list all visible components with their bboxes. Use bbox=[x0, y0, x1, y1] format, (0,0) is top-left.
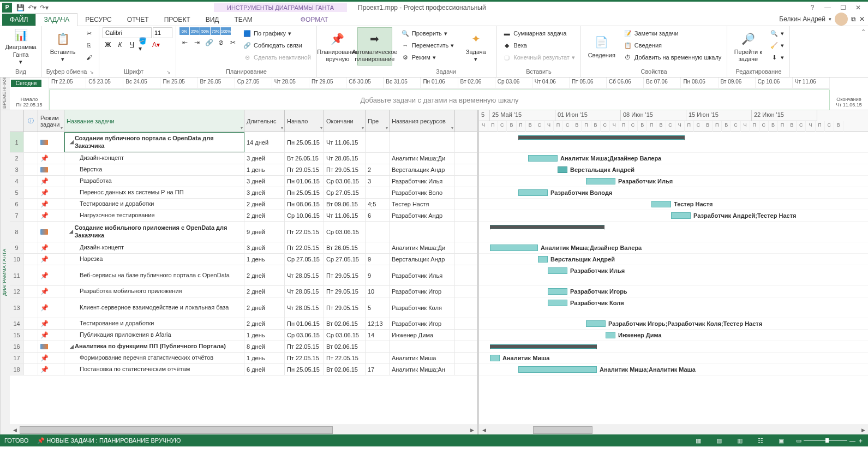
task-row[interactable]: 11📌Веб-сервисы на базе публичного портал… bbox=[10, 265, 477, 286]
task-row[interactable]: 17📌Формирование перечня статистических о… bbox=[10, 353, 477, 364]
task-row[interactable]: 9📌Дизайн-концепт3 днейПт 22.05.15Вт 26.0… bbox=[10, 242, 477, 254]
cell-name[interactable]: Нарезка bbox=[64, 254, 244, 265]
split-button[interactable]: ✂ bbox=[228, 37, 238, 48]
cell-mode[interactable]: 📌 bbox=[38, 153, 64, 164]
cell-predecessors[interactable] bbox=[366, 242, 390, 253]
cell-indicator[interactable] bbox=[24, 318, 38, 329]
task-bar[interactable]: Разработчик Володя bbox=[518, 189, 548, 196]
inactivate-button[interactable]: ⊝Сделать неактивной bbox=[241, 51, 313, 63]
cell-start[interactable]: Вт 26.05.15 bbox=[285, 153, 324, 164]
information-button[interactable]: 📄Сведения bbox=[584, 27, 619, 65]
cell-indicator[interactable] bbox=[24, 286, 38, 297]
cell-end[interactable]: Вт 02.06.15 bbox=[324, 341, 366, 352]
row-number[interactable]: 3 bbox=[10, 164, 24, 175]
summary-bar[interactable] bbox=[518, 135, 685, 140]
cell-predecessors[interactable] bbox=[366, 187, 390, 198]
row-number[interactable]: 15 bbox=[10, 330, 24, 341]
task-row[interactable]: 3Вёрстка1 деньПт 29.05.15Пт 29.05.152Вер… bbox=[10, 164, 477, 176]
col-end[interactable]: Окончани▾ bbox=[324, 110, 366, 132]
cell-indicator[interactable] bbox=[24, 265, 38, 285]
move-button[interactable]: ↔Переместить▾ bbox=[399, 39, 456, 51]
cell-end[interactable]: Чт 28.05.15 bbox=[324, 153, 366, 164]
cell-end[interactable]: Вт 09.06.15 bbox=[324, 199, 366, 210]
chart-body[interactable]: Аналитик Миша;Дизайнер ВалераВерстальщик… bbox=[479, 132, 868, 425]
chart-row[interactable]: Инженер Дима bbox=[479, 330, 868, 341]
task-bar[interactable]: Верстальщик Андрей bbox=[558, 166, 567, 173]
cell-resources[interactable]: Разработчик Игор bbox=[390, 318, 455, 329]
bold-button[interactable]: Ж bbox=[103, 39, 113, 50]
cell-indicator[interactable] bbox=[24, 132, 38, 152]
cell-start[interactable]: Пт 22.05.15 bbox=[285, 242, 324, 253]
collapse-icon[interactable]: ◢ bbox=[69, 229, 73, 235]
summary-task-button[interactable]: ▬Суммарная задача bbox=[500, 27, 577, 39]
cell-name[interactable]: Формирование перечня статистических отчё… bbox=[64, 353, 244, 363]
paste-button[interactable]: 📋Вставить▾ bbox=[45, 27, 80, 65]
cell-indicator[interactable] bbox=[24, 254, 38, 265]
tab-report[interactable]: ОТЧЕТ bbox=[119, 14, 157, 26]
task-bar[interactable]: Разработчик Коля bbox=[548, 300, 567, 306]
task-button[interactable]: ✦Задача▾ bbox=[458, 27, 493, 65]
cell-end[interactable]: Пт 29.05.15 bbox=[324, 297, 366, 318]
cell-duration[interactable]: 2 дней bbox=[244, 199, 285, 210]
milestone-button[interactable]: ◆Веха bbox=[500, 39, 577, 51]
collapse-icon[interactable]: ◢ bbox=[70, 344, 74, 350]
details-button[interactable]: 📋Сведения bbox=[621, 39, 724, 51]
task-row[interactable]: 10📌Нарезка1 деньСр 27.05.15Ср 27.05.159В… bbox=[10, 254, 477, 265]
italic-button[interactable]: К bbox=[115, 39, 125, 50]
cell-resources[interactable]: Разработчик Андр bbox=[390, 210, 455, 221]
cell-name[interactable]: Постановка по статистическим отчётам bbox=[64, 364, 244, 375]
cell-start[interactable]: Ср 27.05.15 bbox=[285, 254, 324, 265]
cell-end[interactable]: Пт 29.05.15 bbox=[324, 265, 366, 285]
row-number[interactable]: 1 bbox=[10, 132, 24, 152]
respect-links-button[interactable]: 🔗Соблюдать связи bbox=[241, 39, 313, 51]
user-avatar[interactable] bbox=[835, 13, 848, 26]
cell-name[interactable]: Перенос данных из системы Р на ПП bbox=[64, 187, 244, 198]
cell-end[interactable]: Вт 26.05.15 bbox=[324, 242, 366, 253]
cell-end[interactable]: Чт 11.06.15 bbox=[324, 210, 366, 221]
cell-end[interactable]: Ср 03.06.15 bbox=[324, 330, 366, 341]
qat-redo[interactable]: ↷▾ bbox=[38, 2, 50, 13]
cell-predecessors[interactable]: 17 bbox=[366, 364, 390, 375]
cell-resources[interactable]: Аналитик Миша;Ди bbox=[390, 153, 455, 164]
chart-row[interactable]: Аналитик Миша bbox=[479, 353, 868, 364]
cell-start[interactable]: Пн 25.05.15 bbox=[285, 187, 324, 198]
cell-indicator[interactable] bbox=[24, 222, 38, 242]
cell-start[interactable]: Чт 28.05.15 bbox=[285, 286, 324, 297]
status-schedule-mode[interactable]: 📌 НОВЫЕ ЗАДАЧИ : ПЛАНИРОВАНИЕ ВРУЧНУЮ bbox=[37, 437, 181, 444]
chart-row[interactable]: Аналитик Миша;Дизайнер Валера bbox=[479, 153, 868, 164]
cell-predecessors[interactable]: 14 bbox=[366, 330, 390, 341]
summary-bar[interactable] bbox=[490, 344, 597, 349]
cell-name[interactable]: Вёрстка bbox=[64, 164, 244, 175]
format-painter-button[interactable]: 🖌 bbox=[82, 51, 95, 63]
chart-row[interactable]: Разработчик Коля bbox=[479, 297, 868, 318]
close-button[interactable]: ✕ bbox=[851, 2, 866, 13]
cell-start[interactable]: Пн 25.05.15 bbox=[285, 364, 324, 375]
chart-row[interactable]: Тестер Настя bbox=[479, 199, 868, 210]
fill-button[interactable]: ⬇▾ bbox=[768, 51, 786, 63]
task-row[interactable]: 18📌Постановка по статистическим отчётам6… bbox=[10, 364, 477, 375]
task-bar[interactable]: Аналитик Миша;Дизайнер Валера bbox=[490, 245, 538, 251]
cell-duration[interactable]: 1 день bbox=[244, 164, 285, 175]
cell-predecessors[interactable]: 6 bbox=[366, 210, 390, 221]
view-report-button[interactable]: ▣ bbox=[775, 436, 787, 445]
cut-button[interactable]: ✂ bbox=[82, 27, 95, 39]
cell-predecessors[interactable] bbox=[366, 132, 390, 152]
cell-start[interactable]: Пт 22.05.15 bbox=[285, 353, 324, 363]
cell-mode[interactable] bbox=[38, 164, 64, 175]
task-bar[interactable]: Разработчик Игорь bbox=[548, 288, 567, 295]
task-bar[interactable]: Разработчик Илья bbox=[548, 267, 567, 274]
task-bar[interactable]: Аналитик Миша bbox=[490, 355, 500, 361]
cell-mode[interactable] bbox=[38, 132, 64, 152]
cell-duration[interactable]: 9 дней bbox=[244, 222, 285, 242]
cell-name[interactable]: Дизайн-концепт bbox=[64, 242, 244, 253]
task-bar[interactable]: Верстальщик Андрей bbox=[538, 256, 548, 263]
font-launcher[interactable]: ↘ bbox=[165, 68, 172, 76]
clipboard-launcher[interactable]: ↘ bbox=[88, 68, 95, 76]
cell-mode[interactable]: 📌 bbox=[38, 176, 64, 187]
cell-indicator[interactable] bbox=[24, 187, 38, 198]
cell-start[interactable]: Чт 28.05.15 bbox=[285, 297, 324, 318]
qat-save[interactable]: 💾 bbox=[14, 2, 26, 13]
cell-resources[interactable]: Аналитик Миша;Ан bbox=[390, 364, 455, 375]
row-number[interactable]: 12 bbox=[10, 286, 24, 297]
chart-row[interactable]: Верстальщик Андрей bbox=[479, 164, 868, 176]
